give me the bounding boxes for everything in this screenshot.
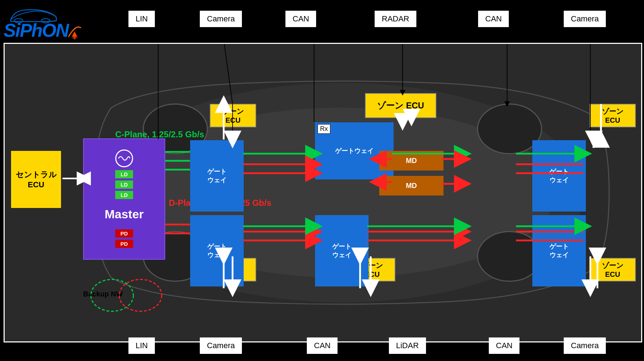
central-ecu-line2: ECU	[28, 180, 44, 189]
top-can1-box: CAN	[285, 11, 316, 27]
bottom-lin-box: LIN	[128, 337, 155, 354]
bottom-camera1-label: Camera	[200, 337, 242, 354]
zone-ecu-br: ゾーン ECU	[589, 258, 636, 281]
gateway-br: ゲートウェイ	[532, 215, 586, 286]
zone-ecu-far-right: ゾーン ECU	[589, 104, 636, 127]
gateway-tr: ゲートウェイ	[532, 140, 586, 212]
bottom-can2-label: CAN	[489, 337, 519, 354]
top-camera2-label: Camera	[564, 11, 606, 27]
bottom-lin-label: LIN	[128, 337, 155, 354]
gateway-bl: ゲートウェイ	[190, 215, 244, 286]
master-label: Master	[105, 207, 144, 221]
top-camera1-box: Camera	[200, 11, 242, 27]
top-can1-label: CAN	[285, 11, 316, 27]
top-radar-box: RADAR	[375, 11, 416, 27]
top-camera1-label: Camera	[200, 11, 242, 27]
zone-ecu-br-line1: ゾーン	[594, 261, 632, 270]
md-label-2: MD	[406, 182, 417, 190]
cplane-label: C-Plane, 1.25/2.5 Gb/s	[115, 129, 204, 139]
pd-label-2: PD	[115, 240, 133, 248]
bottom-camera1-box: Camera	[200, 337, 242, 354]
rx-label: Rx	[318, 124, 330, 134]
gateway-bl-label: ゲートウェイ	[207, 242, 227, 259]
central-ecu-line1: セントラル	[16, 169, 57, 180]
zone-ecu-tr-top: ゾーン ECU	[365, 93, 436, 118]
zone-ecu-tl-line2: ECU	[214, 116, 252, 124]
top-radar-label: RADAR	[375, 11, 416, 27]
zone-ecu-far-right-line1: ゾーン	[594, 107, 632, 116]
zone-ecu-far-right-line2: ECU	[594, 116, 632, 124]
pd-label-1: PD	[115, 229, 133, 238]
bottom-lidar-box: LiDAR	[389, 337, 426, 354]
gateway-bm: ゲートウェイ	[315, 215, 369, 286]
top-can2-box: CAN	[478, 11, 509, 27]
gateway-tm-label: ゲートウェイ	[335, 147, 374, 155]
top-can2-label: CAN	[478, 11, 509, 27]
md-label-1: MD	[406, 157, 417, 165]
bottom-lidar-label: LiDAR	[389, 337, 426, 354]
gateway-tl-label: ゲートウェイ	[207, 167, 227, 184]
logo-text: SiPhON	[4, 20, 69, 41]
md-box-2: MD	[379, 176, 443, 195]
md-box-1: MD	[379, 151, 443, 171]
logo-spark-icon	[67, 22, 83, 40]
ld-label-1: LD	[115, 170, 133, 178]
gateway-bm-label: ゲートウェイ	[332, 242, 351, 259]
zone-ecu-br-line2: ECU	[594, 270, 632, 279]
ld-label-2: LD	[115, 180, 133, 189]
gateway-br-label: ゲートウェイ	[549, 242, 569, 259]
zone-ecu-mr-label: ゾーン ECU	[377, 100, 424, 111]
central-ecu-box: セントラル ECU	[11, 151, 61, 208]
master-box: LD LD LD Master PD PD	[83, 138, 165, 260]
gateway-tl: ゲートウェイ	[190, 140, 244, 212]
bottom-camera2-box: Camera	[564, 337, 606, 354]
ld-label-3: LD	[115, 191, 133, 199]
gateway-tr-label: ゲートウェイ	[549, 167, 569, 184]
main-diagram-box: セントラル ECU LD LD LD Master PD PD C-Plane,…	[4, 43, 642, 342]
zone-ecu-tl: ゾーン ECU	[210, 104, 256, 127]
oscillator-icon	[115, 149, 133, 167]
bottom-can2-box: CAN	[489, 337, 519, 354]
bottom-can1-box: CAN	[307, 337, 338, 354]
top-lin-label: LIN	[128, 11, 155, 27]
diagram-area: SiPhON LIN Camera CAN RADAR CAN	[0, 0, 644, 361]
backup-label: Backup NW	[83, 290, 123, 298]
zone-ecu-tl-line1: ゾーン	[214, 107, 252, 116]
bottom-can1-label: CAN	[307, 337, 338, 354]
top-lin-box: LIN	[128, 11, 155, 27]
bottom-camera2-label: Camera	[564, 337, 606, 354]
top-camera2-box: Camera	[564, 11, 606, 27]
